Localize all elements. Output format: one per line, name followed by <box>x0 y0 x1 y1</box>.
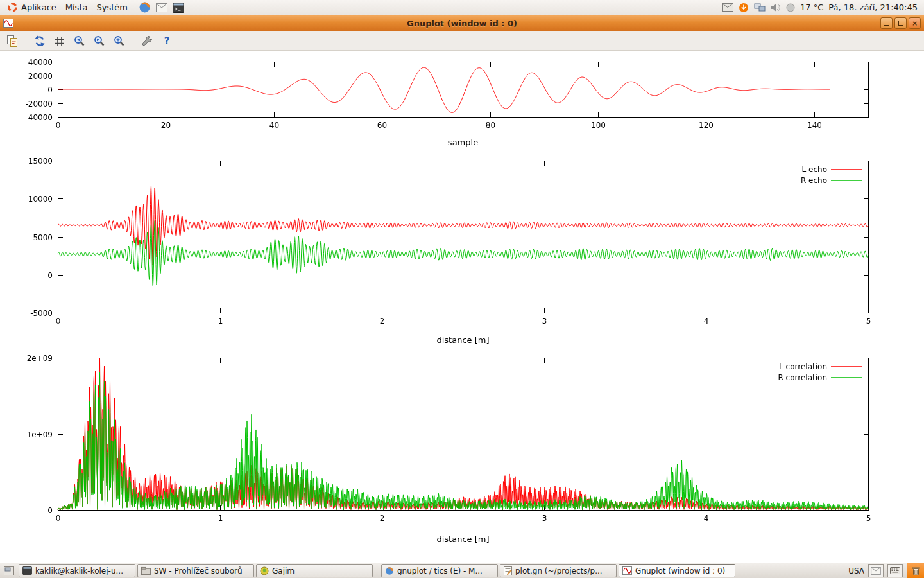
taskbar-item-editor[interactable]: plot.gn (~/projects/p... <box>500 564 617 577</box>
window-list-icon <box>4 566 14 575</box>
gnome-top-panel: Aplikace Místa Systém 17 <box>0 0 924 15</box>
text-editor-icon <box>504 566 512 575</box>
previous-zoom-icon <box>73 35 86 48</box>
system-menu-label: Systém <box>96 3 127 12</box>
firefox-icon <box>385 566 394 575</box>
applications-menu[interactable]: Aplikace <box>3 0 61 15</box>
replot-icon <box>33 35 46 48</box>
firefox-icon[interactable] <box>139 1 151 13</box>
trash-applet-button[interactable] <box>907 563 924 578</box>
taskbar-item-label: Gajim <box>272 566 295 575</box>
mail-tray-button[interactable] <box>868 564 884 577</box>
taskbar-item-label: Gnuplot (window id : 0) <box>635 566 725 575</box>
echo-waveforms-chart[interactable] <box>0 150 924 348</box>
autoscale-button[interactable] <box>111 33 128 49</box>
network-icon[interactable] <box>754 3 766 12</box>
previous-zoom-button[interactable] <box>71 33 88 49</box>
gnuplot-plot-area <box>0 51 924 563</box>
toggle-grid-button[interactable] <box>51 33 68 49</box>
taskbar-item-label: plot.gn (~/projects/p... <box>515 566 603 575</box>
copy-icon <box>6 35 19 48</box>
close-icon: × <box>912 20 918 27</box>
taskbar-item-file-manager[interactable]: SW - Prohlížeč souborů <box>137 564 254 577</box>
taskbar-item-label: SW - Prohlížeč souborů <box>154 566 243 575</box>
places-menu[interactable]: Místa <box>61 0 92 15</box>
keyboard-indicator-button[interactable] <box>887 564 903 577</box>
keyboard-icon <box>890 567 900 574</box>
grid-icon <box>53 35 66 48</box>
sample-waveform-chart[interactable] <box>0 51 924 150</box>
close-button[interactable]: × <box>909 17 921 29</box>
trash-icon <box>912 566 920 575</box>
taskbar-item-terminal[interactable]: kaklik@kaklik-kolej-u... <box>19 564 135 577</box>
replot-button[interactable] <box>31 33 48 49</box>
places-menu-label: Místa <box>65 3 88 12</box>
terminal-icon[interactable] <box>173 3 184 13</box>
svg-text:?: ? <box>164 35 170 47</box>
keyboard-layout-indicator[interactable]: USA <box>848 566 864 575</box>
gnome-bottom-panel: kaklik@kaklik-kolej-u... SW - Prohlížeč … <box>0 563 924 578</box>
weather-icon[interactable] <box>786 3 795 12</box>
wrench-icon <box>141 35 153 48</box>
mail-icon[interactable] <box>156 3 167 12</box>
clock[interactable]: Pá, 18. září, 21:40:45 <box>828 3 918 12</box>
correlation-chart[interactable] <box>0 348 924 547</box>
window-titlebar[interactable]: Gnuplot (window id : 0) × <box>0 15 924 31</box>
toolbar-separator <box>26 35 26 48</box>
ubuntu-logo-icon <box>7 2 18 13</box>
taskbar-item-gnuplot[interactable]: Gnuplot (window id : 0) <box>619 564 735 577</box>
copy-to-clipboard-button[interactable] <box>4 33 21 49</box>
temperature-label[interactable]: 17 °C <box>800 3 823 12</box>
taskbar-item-gajim[interactable]: Gajim <box>256 564 373 577</box>
minimize-icon <box>884 25 889 26</box>
update-notifier-icon[interactable] <box>739 3 749 13</box>
autoscale-icon <box>113 35 126 48</box>
window-list-applet-handle[interactable] <box>1 564 17 578</box>
toolbar-separator <box>133 35 133 48</box>
taskbar-item-label: gnuplot / tics (E) - M... <box>397 566 483 575</box>
applications-menu-label: Aplikace <box>21 3 56 12</box>
minimize-button[interactable] <box>880 17 893 29</box>
mail-icon <box>871 567 881 575</box>
terminal-icon <box>22 566 32 575</box>
window-title: Gnuplot (window id : 0) <box>0 19 924 28</box>
gnuplot-icon <box>622 566 632 575</box>
mail-notification-icon[interactable] <box>722 3 733 12</box>
system-tray: 17 °C Pá, 18. září, 21:40:45 <box>722 3 921 13</box>
taskbar-item-firefox[interactable]: gnuplot / tics (E) - M... <box>381 564 498 577</box>
configure-button[interactable] <box>139 33 155 49</box>
volume-icon[interactable] <box>771 3 781 12</box>
file-manager-icon <box>141 566 151 575</box>
help-icon: ? <box>160 35 173 48</box>
gajim-icon <box>260 566 269 575</box>
next-zoom-button[interactable] <box>91 33 108 49</box>
maximize-icon <box>898 21 903 26</box>
help-button[interactable]: ? <box>158 33 175 49</box>
gnuplot-toolbar: ? <box>0 31 924 51</box>
maximize-button[interactable] <box>894 17 907 29</box>
next-zoom-icon <box>93 35 106 48</box>
panel-launchers <box>139 1 184 13</box>
system-menu[interactable]: Systém <box>92 0 132 15</box>
taskbar-item-label: kaklik@kaklik-kolej-u... <box>35 566 123 575</box>
